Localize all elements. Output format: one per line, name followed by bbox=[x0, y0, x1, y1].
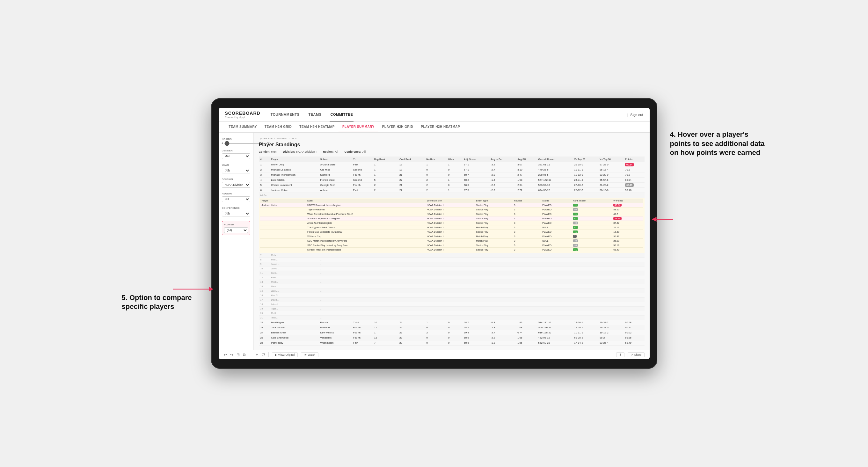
table-row: 16 Alex C... ... bbox=[259, 293, 645, 298]
table-row: 2 Michael La Sasso Ole Miss Second 1 18 … bbox=[259, 167, 645, 173]
subnav-team-h2h-grid[interactable]: TEAM H2H GRID bbox=[261, 122, 296, 132]
section-title: Player Standings bbox=[259, 142, 645, 148]
table-row: 26 Petr Hruby Washington Fifth 7 23 0 0 … bbox=[259, 340, 645, 346]
table-header-row: # Player School Yr Reg Rank Conf Rank No… bbox=[259, 157, 645, 162]
filter-gender: Gender: Men bbox=[259, 150, 277, 153]
range-container: 4 52 bbox=[222, 142, 250, 145]
sidebar-year-select[interactable]: (All) bbox=[222, 168, 250, 174]
annotation-right: 4. Hover over a player's points to see a… bbox=[670, 130, 766, 157]
subnav-player-h2h-grid[interactable]: PLAYER H2H GRID bbox=[378, 122, 417, 132]
tooltip-row: The Cypress Point Classic NCAA Division … bbox=[260, 225, 643, 230]
tooltip-row: Tiger Invitational NCAA Division I Strok… bbox=[260, 208, 643, 212]
rank-badge: 1 bbox=[573, 235, 577, 238]
share-btn[interactable]: ↗ Share bbox=[628, 352, 645, 357]
rank-badge: +1 bbox=[573, 213, 578, 216]
clock-icon[interactable]: ⏱ bbox=[261, 352, 265, 357]
nav-tournaments[interactable]: TOURNAMENTS bbox=[270, 108, 300, 121]
sidebar-gender: Gender Men bbox=[222, 149, 250, 159]
sidebar-region-label: Region bbox=[222, 192, 250, 195]
subnav-player-summary[interactable]: PLAYER SUMMARY bbox=[339, 122, 378, 132]
col-adj-score: Adj. Score bbox=[462, 157, 489, 162]
tablet-frame: SCOREBOARD Powered by clippi TOURNAMENTS… bbox=[211, 98, 657, 369]
bottom-toolbar: ↩ ↪ ⊞ ⧉ — + ⏱ ▶ View: Original 👁 Watch bbox=[219, 350, 650, 359]
player-standings-table: # Player School Yr Reg Rank Conf Rank No… bbox=[259, 157, 645, 346]
tooltip-row: SEC Stroke Play hosted by Jerry Pate NCA… bbox=[260, 243, 643, 248]
table-row: 24 Bastien Amat New Mexico Fourth 1 27 2… bbox=[259, 330, 645, 335]
nav-teams[interactable]: TEAMS bbox=[308, 108, 322, 121]
grid-icon[interactable]: ⊞ bbox=[237, 352, 240, 357]
tooltip-row: Amer An Intercollegiate NCAA Division I … bbox=[260, 221, 643, 225]
sidebar-region: Region N/A bbox=[222, 192, 250, 202]
sidebar-player-select[interactable]: (All) bbox=[224, 227, 248, 233]
range-from: 4 bbox=[222, 142, 223, 145]
w-points[interactable]: 73.23 bbox=[613, 217, 622, 220]
points-badge-5[interactable]: 60.49 bbox=[625, 183, 634, 187]
sidebar-gender-select[interactable]: Men bbox=[222, 153, 250, 159]
content-panel: Update time: 27/01/2024 16:56:26 Player … bbox=[254, 133, 650, 350]
header-right: | Sign out bbox=[627, 113, 643, 117]
plus-icon[interactable]: + bbox=[256, 352, 258, 357]
subnav-player-h2h-heatmap[interactable]: PLAYER H2H HEATMAP bbox=[417, 122, 464, 132]
table-row: 6 Jackson Koivu Auburn First 2 27 2 1 67… bbox=[259, 188, 645, 193]
tooltip-row: SEC Match Play hosted by Jerry Pate NCAA… bbox=[260, 239, 643, 243]
undo-icon[interactable]: ↩ bbox=[224, 352, 227, 357]
col-yr: Yr bbox=[351, 157, 373, 162]
table-row: 22 Ian Gilligan Florida Third 10 24 1 0 … bbox=[259, 320, 645, 325]
filter-division: Division: NCAA Division I bbox=[283, 150, 317, 153]
redo-icon[interactable]: ↪ bbox=[230, 352, 233, 357]
points-badge[interactable]: 60.64 bbox=[625, 163, 634, 166]
table-row: 14 Mare... ... bbox=[259, 284, 645, 289]
sidebar-division-select[interactable]: NCAA Division I bbox=[222, 182, 250, 188]
table-row: 19 Tiger... ... bbox=[259, 307, 645, 311]
sidebar-no-rds: No Rds. 4 52 bbox=[222, 138, 250, 145]
rank-badge: +0 bbox=[573, 240, 578, 242]
logo-area: SCOREBOARD Powered by clippi bbox=[225, 111, 260, 119]
sidebar-region-select[interactable]: N/A bbox=[222, 196, 250, 202]
tooltip-row: Williams Cup NCAA Division I Match Play … bbox=[260, 234, 643, 239]
arrow-left-svg bbox=[173, 283, 214, 295]
annotation-left: 5. Option to compare specific players bbox=[122, 293, 205, 311]
sub-nav: TEAM SUMMARY TEAM H2H GRID TEAM H2H HEAT… bbox=[219, 122, 650, 133]
col-conf-rank: Conf Rank bbox=[398, 157, 425, 162]
rank-badge: +1 bbox=[573, 248, 578, 251]
sidebar-player: Player (All) bbox=[222, 221, 250, 235]
sign-out-link[interactable]: Sign out bbox=[630, 113, 643, 117]
table-row: 21 Teshl... ... bbox=[259, 316, 645, 320]
sidebar-gender-label: Gender bbox=[222, 149, 250, 152]
table-row: 12 Bren... ... bbox=[259, 275, 645, 280]
table-row: 23 Jack Lundin Missouri Fourth 11 24 0 0… bbox=[259, 325, 645, 330]
tablet-screen: SCOREBOARD Powered by clippi TOURNAMENTS… bbox=[219, 108, 650, 359]
nav-committee[interactable]: COMMITTEE bbox=[330, 108, 353, 121]
pipe-separator: | bbox=[627, 113, 628, 117]
table-row: 5 Christo Lamprecht Georgia Tech Fourth … bbox=[259, 183, 645, 188]
subnav-team-summary[interactable]: TEAM SUMMARY bbox=[225, 122, 261, 132]
table-row: 25 Cole Sherwood Vanderbilt Fourth 12 23… bbox=[259, 335, 645, 340]
sidebar-division-label: Division bbox=[222, 178, 250, 181]
col-vs50: Vs Top 50 bbox=[598, 157, 623, 162]
main-nav: TOURNAMENTS TEAMS COMMITTEE bbox=[270, 108, 627, 121]
watch-btn[interactable]: 👁 Watch bbox=[301, 352, 318, 357]
table-row-niche: Niche bbox=[259, 193, 645, 198]
subnav-team-h2h-heatmap[interactable]: TEAM H2H HEATMAP bbox=[296, 122, 339, 132]
filters-row: Gender: Men Division: NCAA Division I Re… bbox=[259, 150, 645, 153]
view-icon: ▶ bbox=[275, 353, 277, 356]
eye-icon: 👁 bbox=[304, 353, 307, 356]
filter-region: Region: All bbox=[323, 150, 338, 153]
copy-icon[interactable]: ⧉ bbox=[243, 352, 246, 357]
share-icon: ↗ bbox=[630, 353, 633, 356]
download-btn[interactable]: ⬇ bbox=[616, 352, 624, 357]
col-overall-record: Overall Record bbox=[537, 157, 573, 162]
sidebar-year: Year (All) bbox=[222, 163, 250, 174]
w-points[interactable]: 43.64 bbox=[613, 204, 622, 207]
rank-badge: +1 bbox=[573, 204, 578, 207]
col-rank: # bbox=[259, 157, 270, 162]
view-original-btn[interactable]: ▶ View: Original bbox=[272, 352, 298, 357]
sidebar-no-rds-label: No Rds. bbox=[222, 138, 250, 141]
col-avg-sg: Avg SG bbox=[516, 157, 536, 162]
download-icon: ⬇ bbox=[619, 353, 622, 356]
dash-icon[interactable]: — bbox=[249, 352, 253, 357]
table-row: 4 Luke Claton Florida State Second 5 27 … bbox=[259, 178, 645, 183]
sidebar: No Rds. 4 52 Gender Men bbox=[219, 133, 254, 350]
sidebar-conference-select[interactable]: (All) bbox=[222, 211, 250, 216]
logo-text: SCOREBOARD bbox=[225, 111, 260, 116]
